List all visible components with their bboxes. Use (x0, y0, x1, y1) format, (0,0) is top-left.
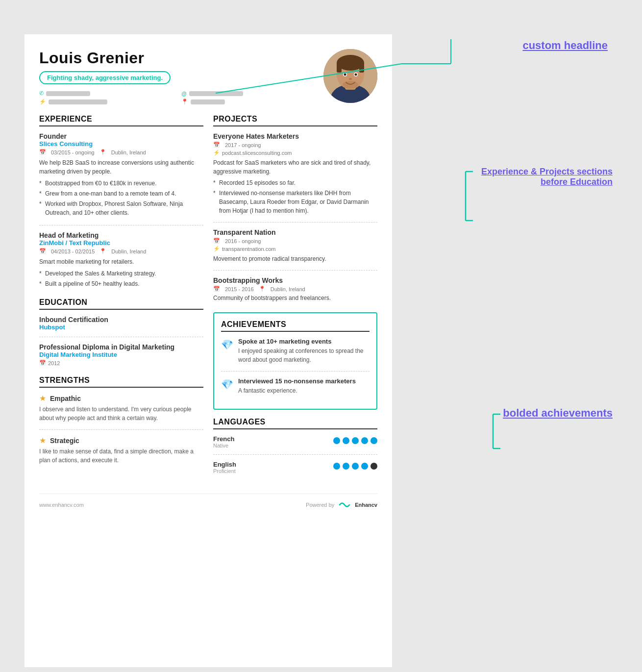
lang-dot (333, 437, 340, 444)
calendar-icon-p1: 📅 (213, 142, 220, 148)
brand-name: Enhancv (355, 502, 377, 508)
bolded-achievements-annotation: bolded achievements (503, 407, 613, 420)
bullet-item: Recorded 15 episodes so far. (213, 178, 377, 187)
strengths-section: STRENGTHS ★ Empathic I observe and liste… (39, 376, 203, 465)
project-date-ehm: 2017 - ongoing (225, 142, 261, 148)
education-section: EDUCATION Inbound Certification Hubspot … (39, 298, 203, 366)
job-desc-marketing: Smart mobile marketing for retailers. (39, 257, 203, 266)
lang-level-english: Proficient (213, 468, 236, 474)
bullet-item: Grew from a one-man band to a remote tea… (39, 189, 203, 198)
experience-projects-annotation: Experience & Projects sections before Ed… (475, 167, 613, 187)
enhancv-logo-icon (337, 500, 352, 510)
language-english: English Proficient (213, 461, 377, 474)
project-title-bw: Bootstrapping Works (213, 276, 377, 284)
calendar-icon-2: 📅 (39, 248, 46, 254)
link-icon-p2: ⚡ (213, 246, 220, 252)
project-title-tn: Transparent Nation (213, 228, 377, 236)
edu-title-inbound: Inbound Certification (39, 316, 203, 324)
svg-point-9 (344, 74, 346, 76)
left-column: EXPERIENCE Founder Slices Consulting 📅 0… (39, 115, 203, 484)
enhancv-logo: Powered by Enhancv (306, 500, 377, 510)
achievements-title: ACHIEVEMENTS (221, 320, 370, 332)
strength-desc-empathic: I observe and listen to understand. I'm … (39, 405, 203, 423)
job-title-founder: Founder (39, 132, 203, 140)
languages-section: LANGUAGES French Native (213, 418, 377, 474)
section-divider (221, 371, 370, 372)
phone-value (46, 91, 90, 96)
experience-section: EXPERIENCE Founder Slices Consulting 📅 0… (39, 115, 203, 288)
project-desc-ehm: Podcast for SaaS marketers who are sick … (213, 158, 377, 176)
svg-point-11 (349, 78, 352, 80)
project-url-tn: ⚡ transparentnation.com (213, 246, 377, 252)
strengths-title: STRENGTHS (39, 376, 203, 388)
strength-header-empathic: ★ Empathic (39, 394, 203, 403)
bracket-ach (483, 412, 503, 451)
achievement-header-interviewed: 💎 Interviewed 15 no-nonsense marketers A… (221, 377, 370, 395)
experience-title: EXPERIENCE (39, 115, 203, 126)
experience-projects-link[interactable]: Experience & Projects sections before Ed… (481, 167, 613, 187)
job-meta-founder: 📅 03/2015 - ongoing 📍 Dublin, Ireland (39, 149, 203, 155)
job-bullets-founder: Bootstrapped from €0 to €180k in revenue… (39, 179, 203, 217)
lang-info-english: English Proficient (213, 461, 236, 474)
achievement-desc-interviewed: A fantastic experience. (238, 386, 356, 395)
lang-dot (352, 463, 359, 470)
lang-name-french: French (213, 435, 234, 443)
annotation-arrows-top (392, 34, 617, 181)
photo-svg (323, 49, 377, 103)
project-title-ehm: Everyone Hates Marketers (213, 132, 377, 140)
job-dates-founder: 03/2015 - ongoing (51, 149, 95, 155)
section-divider (213, 454, 377, 455)
projects-section: PROJECTS Everyone Hates Marketers 📅 2017… (213, 115, 377, 302)
job-bullets-marketing: Developed the Sales & Marketing strategy… (39, 269, 203, 288)
bolded-achievements-link[interactable]: bolded achievements (503, 407, 613, 419)
calendar-icon-edu: 📅 (39, 360, 46, 366)
lang-dots-english (333, 461, 377, 470)
job-entry-marketing: Head of Marketing ZinMobi / Text Republi… (39, 231, 203, 288)
project-desc-tn: Movement to promote radical transparency… (213, 254, 377, 263)
location-icon-founder: 📍 (99, 149, 106, 155)
edu-year-dmi: 📅 2012 (39, 360, 203, 366)
location-icon: 📍 (181, 99, 188, 105)
lang-dot (343, 463, 349, 470)
star-icon-2: ★ (39, 436, 46, 445)
lang-dot (333, 463, 340, 470)
project-url-ehm: ⚡ podcast.slicesconsulting.com (213, 149, 377, 156)
star-icon: ★ (39, 394, 46, 403)
calendar-icon-p2: 📅 (213, 238, 220, 244)
project-date-tn: 2016 - ongoing (225, 238, 261, 244)
link-icon-p1: ⚡ (213, 149, 220, 156)
edu-entry-digital: Professional Diploma in Digital Marketin… (39, 343, 203, 366)
resume-columns: EXPERIENCE Founder Slices Consulting 📅 0… (39, 115, 377, 484)
project-bullets-ehm: Recorded 15 episodes so far. Interviewed… (213, 178, 377, 215)
candidate-tagline: Fighting shady, aggressive marketing. (39, 71, 171, 84)
job-entry-founder: Founder Slices Consulting 📅 03/2015 - on… (39, 132, 203, 217)
lang-dot (343, 437, 349, 444)
candidate-name: Louis Grenier (39, 49, 314, 67)
project-meta-ehm: 📅 2017 - ongoing (213, 142, 377, 148)
section-divider (213, 270, 377, 271)
lang-level-french: Native (213, 443, 234, 448)
lang-dot (370, 463, 377, 470)
email-icon: @ (181, 91, 187, 97)
edu-org-dmi: Digital Marketing Institute (39, 351, 203, 358)
email-value (189, 91, 243, 96)
language-french: French Native (213, 435, 377, 448)
project-loc-bw: Dublin, Ireland (271, 286, 305, 292)
achievement-spoke: 💎 Spoke at 10+ marketing events I enjoye… (221, 338, 370, 364)
resume-footer: www.enhancv.com Powered by Enhancv (39, 494, 377, 510)
website-value (49, 100, 107, 104)
strength-header-strategic: ★ Strategic (39, 436, 203, 445)
job-dates-marketing: 04/2013 - 02/2015 (51, 249, 95, 254)
achievements-section: ACHIEVEMENTS 💎 Spoke at 10+ marketing ev… (213, 312, 377, 410)
achievement-header-spoke: 💎 Spoke at 10+ marketing events I enjoye… (221, 338, 370, 364)
lang-dot (361, 463, 368, 470)
lang-dots-french (333, 435, 377, 444)
lang-info-french: French Native (213, 435, 234, 448)
custom-headline-link[interactable]: custom headline (522, 39, 608, 51)
strength-empathic: ★ Empathic I observe and listen to under… (39, 394, 203, 423)
candidate-photo (323, 49, 377, 103)
job-location-founder: Dublin, Ireland (111, 149, 146, 155)
contact-website: ⚡ (39, 99, 172, 105)
svg-rect-5 (337, 63, 342, 73)
achievement-interviewed: 💎 Interviewed 15 no-nonsense marketers A… (221, 377, 370, 395)
